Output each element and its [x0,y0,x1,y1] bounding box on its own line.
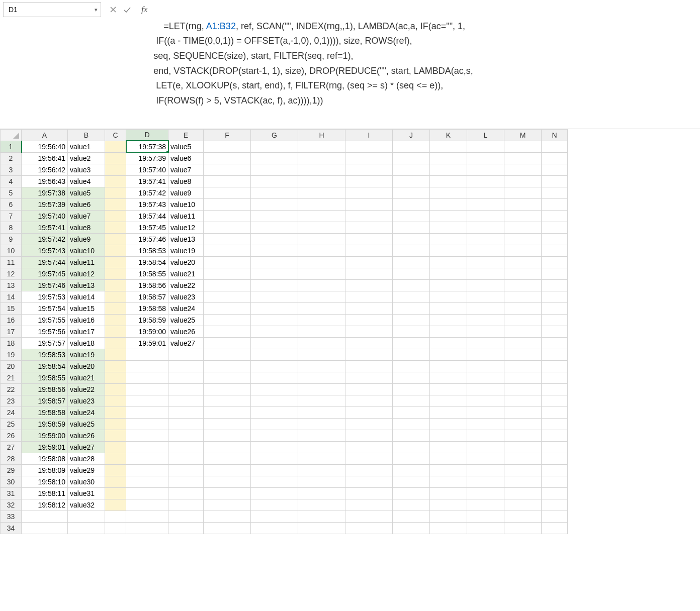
cell-L34[interactable] [467,522,504,534]
cell-N34[interactable] [542,522,568,534]
cell-I27[interactable] [345,441,393,453]
cell-I7[interactable] [345,210,393,222]
cell-L27[interactable] [467,441,504,453]
cell-H10[interactable] [298,245,345,256]
cell-J28[interactable] [393,453,430,464]
cell-B2[interactable]: value2 [68,152,105,164]
cell-J23[interactable] [393,395,430,406]
cell-C28[interactable] [105,453,126,464]
cell-K27[interactable] [430,441,467,453]
cell-H18[interactable] [298,337,345,349]
cell-L24[interactable] [467,406,504,418]
cell-F6[interactable] [204,198,251,210]
row-header-5[interactable]: 5 [1,187,22,198]
cell-C34[interactable] [105,522,126,534]
row-header-32[interactable]: 32 [1,499,22,511]
cell-G1[interactable] [251,141,298,152]
cell-D17[interactable]: 19:59:00 [126,326,168,337]
cell-D3[interactable]: 19:57:40 [126,164,168,175]
cell-C19[interactable] [105,349,126,360]
cell-D31[interactable] [126,487,168,499]
cell-E22[interactable] [168,383,204,395]
cell-D26[interactable] [126,430,168,441]
cell-G19[interactable] [251,349,298,360]
cell-A11[interactable]: 19:57:44 [22,256,68,268]
cell-J17[interactable] [393,326,430,337]
cell-I6[interactable] [345,198,393,210]
cell-A31[interactable]: 19:58:11 [22,487,68,499]
cell-K23[interactable] [430,395,467,406]
cell-E34[interactable] [168,522,204,534]
cell-B16[interactable]: value16 [68,314,105,326]
cell-G18[interactable] [251,337,298,349]
cell-B26[interactable]: value26 [68,430,105,441]
cell-F29[interactable] [204,464,251,476]
cell-C12[interactable] [105,268,126,279]
cell-E10[interactable]: value19 [168,245,204,256]
cell-H12[interactable] [298,268,345,279]
row-header-15[interactable]: 15 [1,302,22,314]
cell-M5[interactable] [504,187,542,198]
cell-I34[interactable] [345,522,393,534]
cell-M14[interactable] [504,291,542,302]
cell-A17[interactable]: 19:57:56 [22,326,68,337]
cell-L1[interactable] [467,141,504,152]
cell-K16[interactable] [430,314,467,326]
cell-I13[interactable] [345,279,393,291]
cell-H28[interactable] [298,453,345,464]
cell-G20[interactable] [251,360,298,372]
cell-M1[interactable] [504,141,542,152]
cell-F33[interactable] [204,511,251,522]
cell-L14[interactable] [467,291,504,302]
cell-N7[interactable] [542,210,568,222]
cell-M6[interactable] [504,198,542,210]
cell-N15[interactable] [542,302,568,314]
cell-C23[interactable] [105,395,126,406]
cell-K6[interactable] [430,198,467,210]
cell-D10[interactable]: 19:58:53 [126,245,168,256]
cell-D34[interactable] [126,522,168,534]
cell-A6[interactable]: 19:57:39 [22,198,68,210]
chevron-down-icon[interactable]: ▾ [95,7,98,13]
cell-B32[interactable]: value32 [68,499,105,511]
cell-A12[interactable]: 19:57:45 [22,268,68,279]
fx-button[interactable]: fx [139,2,151,17]
cell-N11[interactable] [542,256,568,268]
cell-B15[interactable]: value15 [68,302,105,314]
cell-K34[interactable] [430,522,467,534]
cell-F20[interactable] [204,360,251,372]
cell-M27[interactable] [504,441,542,453]
cell-B24[interactable]: value24 [68,406,105,418]
cell-M29[interactable] [504,464,542,476]
cell-C18[interactable] [105,337,126,349]
row-header-1[interactable]: 1 [1,141,22,152]
cell-F31[interactable] [204,487,251,499]
cell-K10[interactable] [430,245,467,256]
cell-L3[interactable] [467,164,504,175]
row-header-4[interactable]: 4 [1,175,22,187]
cell-G11[interactable] [251,256,298,268]
cell-I29[interactable] [345,464,393,476]
cell-B28[interactable]: value28 [68,453,105,464]
cell-K2[interactable] [430,152,467,164]
cell-L21[interactable] [467,372,504,383]
cell-I11[interactable] [345,256,393,268]
cell-N30[interactable] [542,476,568,487]
cell-A14[interactable]: 19:57:53 [22,291,68,302]
cell-H17[interactable] [298,326,345,337]
cell-H25[interactable] [298,418,345,430]
cell-G25[interactable] [251,418,298,430]
cell-F8[interactable] [204,222,251,233]
cell-I32[interactable] [345,499,393,511]
cell-G28[interactable] [251,453,298,464]
cell-F4[interactable] [204,175,251,187]
row-header-3[interactable]: 3 [1,164,22,175]
cell-K1[interactable] [430,141,467,152]
cell-H7[interactable] [298,210,345,222]
cell-M2[interactable] [504,152,542,164]
cell-H31[interactable] [298,487,345,499]
cell-M8[interactable] [504,222,542,233]
cell-G7[interactable] [251,210,298,222]
cell-K21[interactable] [430,372,467,383]
row-header-2[interactable]: 2 [1,152,22,164]
